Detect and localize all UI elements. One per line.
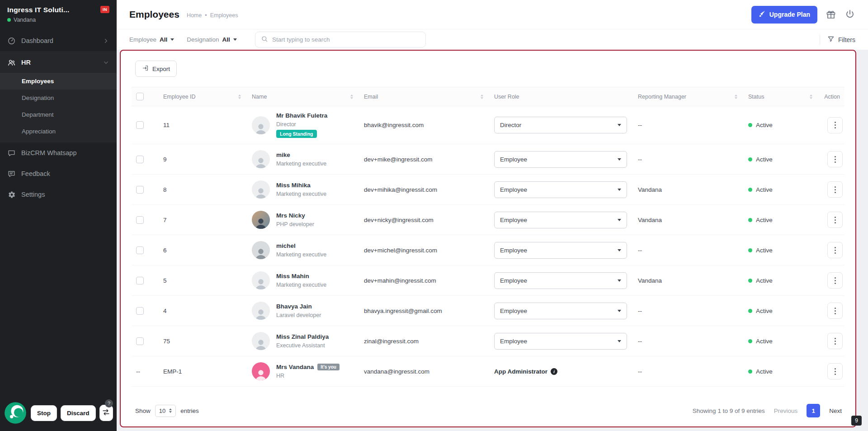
info-icon[interactable] (551, 368, 557, 375)
status-dot-icon (748, 309, 752, 313)
role-select[interactable]: Employee (494, 151, 627, 168)
feedback-icon (7, 170, 16, 178)
row-actions-button[interactable] (827, 272, 843, 289)
page-1-button[interactable]: 1 (807, 404, 820, 417)
page-size-select[interactable]: 10 (155, 405, 176, 417)
row-actions-button[interactable] (827, 363, 843, 379)
breadcrumb: Home • Employees (187, 10, 238, 19)
role-select[interactable]: Employee (494, 333, 627, 350)
employee-email: bhavik@ingressit.com (364, 122, 424, 128)
sidebar-item-settings[interactable]: Settings (0, 184, 117, 205)
row-actions-button[interactable] (827, 151, 843, 167)
employee-email: dev+mahin@ingressit.com (364, 277, 436, 284)
role-select[interactable]: Employee (494, 272, 627, 289)
kebab-menu-icon (835, 310, 836, 312)
sort-icon[interactable] (350, 95, 353, 99)
divider (820, 34, 820, 45)
person-icon (253, 121, 269, 134)
designation-filter-dropdown[interactable]: Designation All (187, 36, 237, 43)
avatar (252, 302, 270, 320)
sidebar-group-hr: HR Employees Designation Department Appr… (0, 51, 117, 142)
row-checkbox[interactable] (136, 307, 144, 315)
next-page-button[interactable]: Next (829, 407, 842, 414)
reporting-manager: -- (638, 247, 642, 254)
column-email[interactable]: Email (364, 94, 378, 100)
table-header-row: Employee ID Name Email User Role Reporti… (132, 87, 844, 106)
dashboard-gauge-icon (7, 37, 16, 45)
row-checkbox[interactable] (136, 337, 144, 345)
row-checkbox[interactable] (136, 246, 144, 254)
role-select[interactable]: Employee (494, 181, 627, 198)
row-actions-button[interactable] (827, 242, 843, 258)
topbar-actions: Upgrade Plan (751, 6, 855, 24)
column-action: Action (824, 94, 840, 100)
row-checkbox[interactable] (136, 186, 144, 194)
employee-id: 5 (163, 277, 167, 284)
sort-icon[interactable] (735, 95, 737, 99)
row-actions-button[interactable] (827, 303, 843, 319)
row-checkbox[interactable] (136, 121, 144, 129)
sort-icon[interactable] (810, 95, 812, 99)
table-row: 8 Miss Mihika Marketing executive dev+mi… (132, 175, 844, 205)
row-actions-button[interactable] (827, 181, 843, 198)
person-icon (253, 306, 269, 320)
status-dot-icon (748, 188, 752, 192)
sidebar-item-designation[interactable]: Designation (0, 90, 117, 106)
swap-button[interactable] (99, 405, 113, 421)
employee-email: bhavya.ingressit@gmail.com (364, 308, 442, 314)
stepper-arrows-icon (169, 408, 172, 413)
chevron-down-icon (618, 189, 621, 191)
sidebar-item-bizcrm-whatsapp[interactable]: BizCRM Whatsapp (0, 142, 117, 163)
row-checkbox[interactable] (136, 216, 144, 224)
export-button[interactable]: Export (135, 61, 177, 77)
row-actions-button[interactable] (827, 212, 843, 228)
filters-button[interactable]: Filters (827, 35, 855, 44)
employee-email: dev+michel@ingressit.com (364, 247, 437, 254)
role-select[interactable]: Employee (494, 242, 627, 259)
person-icon (253, 336, 269, 350)
user-name: Vandana (14, 17, 36, 23)
sidebar-item-employees[interactable]: Employees (0, 73, 117, 90)
sidebar-item-dashboard[interactable]: Dashboard (0, 30, 117, 51)
column-employee-id[interactable]: Employee ID (163, 94, 196, 100)
chevron-down-icon (233, 38, 237, 41)
breadcrumb-home[interactable]: Home (187, 12, 202, 19)
gift-button[interactable] (826, 9, 836, 20)
employee-name: Mrs Nicky (276, 212, 305, 219)
column-reporting-manager[interactable]: Reporting Manager (638, 94, 686, 100)
kebab-menu-icon (835, 159, 836, 160)
sidebar-item-appreciation[interactable]: Appreciation (0, 123, 117, 140)
help-button[interactable]: ? (105, 399, 113, 407)
sort-icon[interactable] (238, 95, 241, 99)
row-actions-button[interactable] (827, 333, 843, 349)
stop-button[interactable]: Stop (31, 405, 57, 421)
previous-page-button[interactable]: Previous (774, 407, 798, 414)
row-checkbox[interactable] (136, 156, 144, 163)
employee-filter-dropdown[interactable]: Employee All (129, 36, 174, 43)
logout-button[interactable] (844, 9, 855, 20)
upgrade-plan-button[interactable]: Upgrade Plan (751, 6, 817, 24)
sort-icon[interactable] (481, 95, 483, 99)
employee-designation: Director (276, 121, 296, 128)
role-select[interactable]: Director (494, 117, 627, 133)
row-checkbox[interactable] (136, 277, 144, 284)
sidebar-item-feedback[interactable]: Feedback (0, 163, 117, 184)
sidebar-item-hr[interactable]: HR (0, 52, 117, 73)
column-status[interactable]: Status (748, 94, 764, 100)
role-value: Employee (500, 338, 527, 345)
employee-designation: HR (276, 373, 284, 379)
status-label: Active (756, 277, 773, 284)
rocket-icon (759, 10, 766, 19)
employee-id: 8 (163, 186, 167, 193)
status-label: Active (756, 156, 773, 163)
search-input[interactable] (272, 36, 420, 43)
select-all-checkbox[interactable] (136, 93, 144, 100)
role-select[interactable]: Employee (494, 212, 627, 228)
sidebar-item-department[interactable]: Department (0, 106, 117, 123)
role-select[interactable]: Employee (494, 303, 627, 319)
row-actions-button[interactable] (827, 117, 843, 133)
avatar (252, 362, 270, 380)
discard-button[interactable]: Discard (61, 405, 96, 421)
employee-name: Miss Mahin (276, 273, 309, 279)
column-name[interactable]: Name (252, 94, 267, 100)
